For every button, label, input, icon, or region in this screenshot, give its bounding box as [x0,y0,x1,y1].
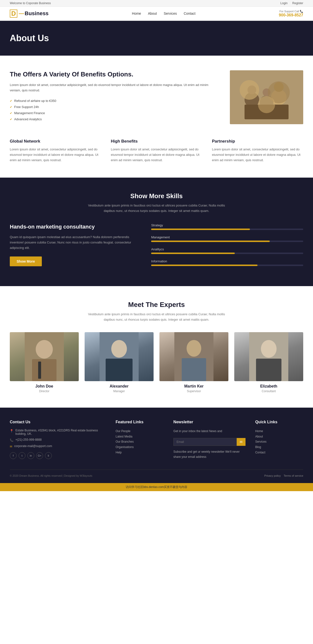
svg-point-1 [245,92,259,107]
social-icons: f t in G+ li [10,452,106,459]
svg-rect-11 [38,362,41,379]
privacy-link[interactable]: Privacy policy [264,474,281,477]
expert-avatar-1 [10,332,79,381]
featured-links-title: Featured Links [116,420,163,424]
expert-name-2: Alexander [85,384,154,388]
expert-name-4: Elizabeth [234,384,303,388]
skill-fill-analytics [151,252,235,254]
about-heading: The Offers A Variety Of Benefits Options… [10,70,220,79]
footer-contact-title: Contact Us [10,420,106,424]
skills-left: Hands-on marketing consultancy Quam id q… [10,224,137,266]
featured-links-list: Our People Latest Media Our Branches Org… [116,429,163,455]
quick-link-1: Home [255,429,303,434]
logo: D — Business [10,10,49,18]
skill-label-strategy: Strategy [151,224,303,227]
footer-contact: Contact Us 📍 Estate Business, #32841 blo… [10,420,106,460]
experts-subtitle: Vestibulum ante ipsum primis in faucibus… [86,312,227,322]
expert-photo-3 [159,332,228,381]
expert-avatar-2 [85,332,154,381]
expert-card-3: Martin Ker Supervisor [159,332,228,393]
skill-track-analytics [151,252,303,254]
skill-track-management [151,240,303,242]
about-section: The Offers A Variety Of Benefits Options… [0,56,313,139]
show-more-button[interactable]: Show More [10,256,42,266]
list-item: Management Finance [10,110,220,116]
expert-role-2: Manager [85,390,154,393]
newsletter-submit-button[interactable]: ✉ [237,438,246,446]
linkedin-icon[interactable]: li [45,452,52,459]
svg-rect-10 [32,359,56,381]
footer-newsletter: Newsletter Get in your inbox the latest … [173,420,246,460]
svg-point-9 [36,340,53,358]
skill-label-information: Information [151,260,303,263]
svg-point-4 [274,82,284,92]
skills-subtitle: Vestibulum ante ipsum primis in faucibus… [83,203,230,214]
quick-links-title: Quick Links [255,420,303,424]
skill-track-information [151,264,303,266]
svg-point-2 [247,86,256,94]
skills-content: Hands-on marketing consultancy Quam id q… [10,224,303,272]
col-3-body: Lorem ipsum dolor sit amet, consectetur … [212,147,303,163]
col-global-network: Global Network Lorem ipsum dolor sit ame… [10,139,101,163]
svg-rect-7 [245,104,289,119]
skill-bar-management: Management [151,236,303,242]
quick-link-3: Services [255,439,303,444]
nav-about[interactable]: About [148,12,157,16]
nav-services[interactable]: Services [163,12,177,16]
phone-text: +(21)-255-999-8888 [15,438,42,442]
skill-bar-strategy: Strategy [151,224,303,230]
hero-banner: About Us [0,21,313,56]
expert-role-4: Consultant [234,390,303,393]
newsletter-email-input[interactable] [173,438,237,446]
about-image [230,70,303,124]
login-link[interactable]: Login [281,2,288,5]
featured-link-3: Our Branches [116,439,163,444]
nav-contact[interactable]: Contact [184,12,195,16]
col-partnership: Partnership Lorem ipsum dolor sit amet, … [212,139,303,163]
svg-point-5 [260,95,273,109]
col-1-body: Lorem ipsum dolor sit amet, consectetur … [10,147,101,163]
facebook-icon[interactable]: f [10,452,17,459]
skill-label-management: Management [151,236,303,239]
watermark-text: 访问学习社区bbs.denlao.com买资不砸货与内容 [126,485,187,489]
quick-link-4: Blog [255,444,303,450]
quick-links-list: Home About Services Blog Contact [255,429,303,455]
quick-link-2: About [255,434,303,440]
skill-bar-analytics: Analitycs [151,248,303,254]
skill-bar-information: Information [151,260,303,266]
header-support: For Support Call 📞 900-369-8527 [279,10,303,18]
experts-title: Meet The Experts [10,301,303,309]
twitter-icon[interactable]: t [18,452,25,459]
top-bar-links: Login Register [277,2,303,5]
svg-rect-0 [230,70,303,124]
expert-role-1: Director [10,390,79,393]
footer-quick-links: Quick Links Home About Services Blog Con… [255,420,303,460]
skill-track-strategy [151,228,303,230]
instagram-icon[interactable]: in [27,452,34,459]
svg-rect-17 [182,358,206,381]
terms-link[interactable]: Terms of service [284,474,303,477]
svg-point-3 [271,90,287,105]
phone-icon: 📞 [10,438,13,442]
newsletter-title: Newsletter [173,420,246,424]
about-list: Refound of airfaire up to €350 Free Supp… [10,98,220,122]
googleplus-icon[interactable]: G+ [36,452,43,459]
expert-card-1: John Doe Director [10,332,79,393]
logo-name: Business [25,10,49,17]
list-item: Advanced Analytics [10,116,220,122]
col-2-title: High Benefits [111,139,202,144]
col-high-benefits: High Benefits Lorem ipsum dolor sit amet… [111,139,202,163]
register-link[interactable]: Register [292,2,303,5]
svg-point-16 [187,340,201,357]
expert-avatar-4 [234,332,303,381]
support-phone: 900-369-8527 [279,13,303,18]
expert-card-2: Alexander Manager [85,332,154,393]
nav-home[interactable]: Home [132,12,141,16]
logo-dash: — [19,10,24,17]
featured-link-5: Help [116,450,163,456]
expert-card-4: Elizabeth Consultant [234,332,303,393]
footer-address: 📍 Estate Business, #32841 block, #221DRS… [10,429,106,436]
svg-point-19 [261,340,277,358]
about-photo [230,70,303,124]
col-1-title: Global Network [10,139,101,144]
